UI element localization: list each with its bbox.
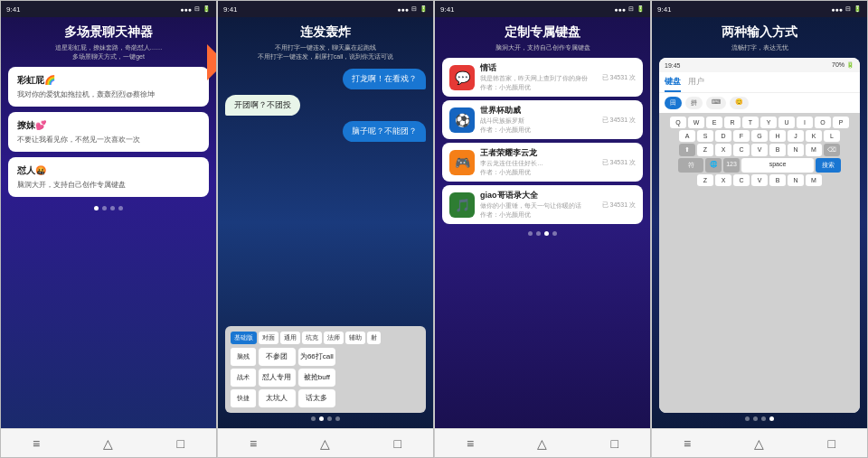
phrase-icon-3: 🎵	[449, 192, 475, 218]
nav-home-1[interactable]: △	[103, 436, 113, 451]
time-4: 9:41	[657, 5, 672, 14]
keyboard-mini-2[interactable]: 基础版 对面 通用 坑克 法师 辅助 射 脑残 战术 快捷	[225, 326, 426, 413]
subtitle-4: 流畅打字，表达无忧	[659, 43, 860, 52]
key-q[interactable]: Q	[670, 117, 686, 128]
key-c2[interactable]: C	[733, 174, 750, 186]
triangle-deco-1	[207, 44, 216, 80]
key-m[interactable]: M	[806, 144, 822, 156]
tab-enemy[interactable]: 对面	[259, 332, 278, 344]
tab-adc[interactable]: 射	[367, 332, 381, 344]
inner-tabs-4: 键盘 用户	[659, 72, 860, 93]
sidebar-key-2[interactable]: 快捷	[231, 389, 256, 407]
kb-btn-3[interactable]: 被抢buff	[298, 369, 335, 387]
key-w[interactable]: W	[688, 117, 704, 128]
key-v[interactable]: V	[751, 144, 768, 156]
key-n[interactable]: N	[788, 144, 804, 156]
phrase-label-1: 作者：小光颜用优	[480, 126, 597, 135]
key-num[interactable]: 123	[723, 158, 740, 173]
key-n2[interactable]: N	[788, 174, 804, 186]
qwerty-row-4: Z X C V B N M	[663, 174, 856, 186]
key-search[interactable]: 搜索	[816, 158, 841, 173]
kb-btn-5[interactable]: 话太多	[298, 389, 335, 407]
key-o[interactable]: O	[815, 117, 831, 128]
bg-4: 两种输入方式 流畅打字，表达无忧 19:45 70% 🔋 键盘 用户 田 拼 ⌨	[652, 17, 867, 428]
nav-back-3[interactable]: □	[610, 436, 618, 451]
key-k[interactable]: K	[806, 130, 822, 142]
key-g[interactable]: G	[751, 130, 768, 142]
nav-home-2[interactable]: △	[320, 436, 330, 451]
card-1-1: 撩妹💕 不要让我看见你，不然见一次喜欢一次	[8, 112, 209, 152]
inner-tab-user[interactable]: 用户	[688, 76, 704, 92]
nav-back-4[interactable]: □	[827, 436, 835, 451]
key-v2[interactable]: V	[751, 174, 768, 186]
key-backspace[interactable]: ⌫	[824, 144, 840, 156]
key-d[interactable]: D	[715, 130, 731, 142]
phrase-info-3: giao哥语录大全 做你的小重锤，每天一句让你暖的话 作者：小光颜用优	[480, 190, 597, 220]
phone4-inner-mockup: 19:45 70% 🔋 键盘 用户 田 拼 ⌨ 😊	[659, 58, 860, 413]
key-z2[interactable]: Z	[697, 174, 713, 186]
title-1: 多场景聊天神器	[8, 24, 209, 41]
user-tab-2[interactable]: ⌨	[706, 97, 726, 109]
kb-btn-4[interactable]: 太坑人	[259, 389, 296, 407]
sidebar-key-1[interactable]: 战术	[231, 369, 256, 387]
dot-1-2	[110, 206, 115, 210]
kb-btn-1[interactable]: 为66打call	[298, 348, 335, 366]
key-r[interactable]: R	[724, 117, 741, 128]
tab-tank[interactable]: 坑克	[302, 332, 322, 344]
key-t[interactable]: T	[742, 117, 759, 128]
nav-home-3[interactable]: △	[537, 436, 547, 451]
key-globe[interactable]: 🌐	[705, 158, 722, 173]
card-1-0: 彩虹屁🌈 我对你的爱犹如拖拉机，轰轰烈烈@蔡徐坤	[8, 67, 209, 107]
key-e[interactable]: E	[706, 117, 722, 128]
nav-back-1[interactable]: □	[176, 436, 184, 451]
card-title-1-0: 彩虹屁🌈	[17, 74, 200, 87]
dot-4-0	[745, 416, 750, 421]
key-x[interactable]: X	[715, 144, 731, 156]
key-c[interactable]: C	[733, 144, 750, 156]
key-z[interactable]: Z	[697, 144, 713, 156]
user-tab-3[interactable]: 😊	[730, 97, 749, 109]
key-x2[interactable]: X	[715, 174, 731, 186]
key-m2[interactable]: M	[806, 174, 822, 186]
tab-basic[interactable]: 基础版	[231, 332, 257, 344]
card-title-1-2: 怼人🤬	[17, 164, 200, 177]
sidebar-key-0[interactable]: 脑残	[231, 348, 256, 366]
signal-icon-3: ●●●	[614, 6, 626, 13]
nav-home-4[interactable]: △	[754, 436, 764, 451]
time-2: 9:41	[223, 5, 238, 14]
key-i[interactable]: I	[797, 117, 813, 128]
bubble-2-0: 打龙啊！在看戏？	[343, 69, 426, 89]
phrase-info-1: 世界杯助威 战斗民族振罗斯 作者：小光颜用优	[480, 105, 597, 135]
key-y[interactable]: Y	[760, 117, 777, 128]
key-shift[interactable]: ⬆	[679, 144, 695, 156]
tab-support[interactable]: 辅助	[345, 332, 365, 344]
inner-tab-keyboard[interactable]: 键盘	[665, 76, 681, 92]
key-h[interactable]: H	[769, 130, 786, 142]
key-special[interactable]: 符	[678, 158, 703, 173]
key-a[interactable]: A	[679, 130, 695, 142]
kb-btn-2[interactable]: 怼人专用	[259, 369, 296, 387]
phrase-name-0: 情话	[480, 62, 597, 74]
key-f[interactable]: F	[733, 130, 750, 142]
kb-btn-0[interactable]: 不参团	[259, 348, 296, 366]
nav-menu-3[interactable]: ≡	[467, 436, 474, 451]
user-tab-0[interactable]: 田	[665, 97, 682, 109]
key-s[interactable]: S	[697, 130, 713, 142]
key-j[interactable]: J	[788, 130, 804, 142]
key-b2[interactable]: B	[769, 174, 786, 186]
tab-mage[interactable]: 法师	[324, 332, 344, 344]
nav-menu-4[interactable]: ≡	[684, 436, 691, 451]
nav-menu-1[interactable]: ≡	[33, 436, 40, 451]
key-space[interactable]: space	[741, 158, 814, 173]
key-p[interactable]: P	[833, 117, 849, 128]
qwerty-row-3: 符 🌐 123 space 搜索	[663, 158, 856, 173]
status-bar-1: 9:41 ●●● ⊟ 🔋	[1, 1, 216, 17]
user-tab-1[interactable]: 拼	[685, 97, 703, 109]
tab-general[interactable]: 通用	[280, 332, 300, 344]
key-l[interactable]: L	[824, 130, 840, 142]
battery-icon-2: 🔋	[420, 5, 428, 13]
nav-back-2[interactable]: □	[393, 436, 401, 451]
key-b[interactable]: B	[769, 144, 786, 156]
nav-menu-2[interactable]: ≡	[250, 436, 257, 451]
key-u[interactable]: U	[778, 117, 795, 128]
